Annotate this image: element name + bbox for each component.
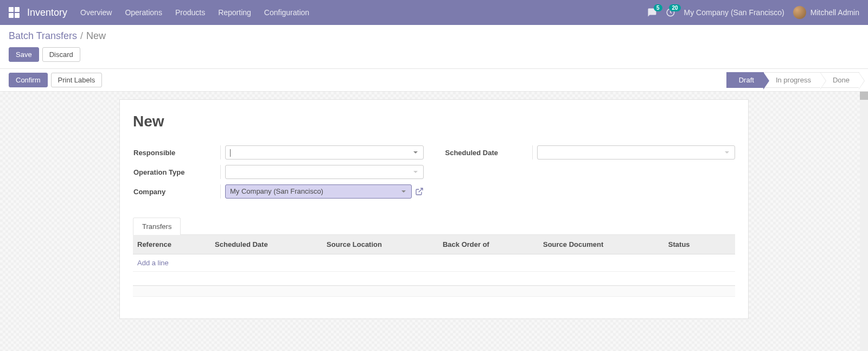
activity-icon[interactable]: 20: [666, 8, 675, 17]
status-row: Confirm Print Labels Draft In progress D…: [0, 69, 868, 92]
chevron-down-icon: [401, 190, 406, 193]
confirm-button[interactable]: Confirm: [9, 73, 48, 87]
activity-badge: 20: [669, 4, 680, 11]
page-title: New: [133, 113, 735, 130]
avatar: [793, 6, 806, 19]
content-area: New Responsible Operation Type: [0, 92, 868, 351]
col-source-location[interactable]: Source Location: [322, 235, 438, 254]
col-back-order[interactable]: Back Order of: [438, 235, 539, 254]
breadcrumb: Batch Transfers / New: [9, 30, 859, 42]
chevron-down-icon: [413, 171, 418, 173]
scheduled-date-input[interactable]: [537, 145, 736, 159]
col-reference[interactable]: Reference: [133, 235, 210, 254]
nav-products[interactable]: Products: [175, 8, 205, 17]
top-navbar: Inventory Overview Operations Products R…: [0, 0, 868, 25]
apps-icon[interactable]: [9, 7, 20, 18]
operation-type-input[interactable]: [225, 165, 424, 179]
user-name: Mitchell Admin: [810, 8, 859, 17]
svg-line-1: [418, 188, 422, 192]
col-status[interactable]: Status: [664, 235, 719, 254]
form-sheet: New Responsible Operation Type: [119, 99, 749, 319]
status-done[interactable]: Done: [821, 72, 859, 88]
discard-button[interactable]: Discard: [42, 47, 80, 62]
status-draft[interactable]: Draft: [726, 72, 764, 88]
user-menu[interactable]: Mitchell Admin: [793, 6, 859, 19]
company-label: Company: [133, 188, 220, 196]
discuss-badge: 5: [654, 4, 662, 11]
breadcrumb-current: New: [86, 30, 106, 42]
tab-transfers[interactable]: Transfers: [133, 218, 181, 235]
save-button[interactable]: Save: [9, 47, 39, 62]
company-selector[interactable]: My Company (San Francisco): [684, 8, 784, 17]
print-labels-button[interactable]: Print Labels: [51, 73, 103, 87]
chevron-down-icon: [725, 151, 729, 154]
tabs: Transfers: [133, 217, 735, 235]
control-panel: Batch Transfers / New Save Discard: [0, 25, 868, 69]
nav-configuration[interactable]: Configuration: [264, 8, 309, 17]
breadcrumb-parent[interactable]: Batch Transfers: [9, 30, 77, 42]
discuss-icon[interactable]: 5: [647, 8, 657, 17]
add-line-link[interactable]: Add a line: [137, 259, 169, 267]
statusbar: Draft In progress Done: [726, 72, 859, 88]
operation-type-label: Operation Type: [133, 168, 220, 176]
company-input[interactable]: My Company (San Francisco): [225, 184, 412, 199]
scrollbar[interactable]: [860, 92, 868, 351]
scheduled-date-label: Scheduled Date: [445, 149, 532, 157]
external-link-icon[interactable]: [415, 187, 424, 196]
col-scheduled-date[interactable]: Scheduled Date: [210, 235, 322, 254]
nav-menu: Overview Operations Products Reporting C…: [80, 8, 309, 17]
nav-operations[interactable]: Operations: [125, 8, 162, 17]
responsible-input[interactable]: [225, 145, 424, 159]
breadcrumb-sep: /: [80, 30, 83, 42]
responsible-label: Responsible: [133, 149, 220, 157]
nav-overview[interactable]: Overview: [80, 8, 112, 17]
chevron-down-icon: [413, 151, 418, 154]
status-in-progress[interactable]: In progress: [764, 72, 821, 88]
app-brand[interactable]: Inventory: [27, 7, 67, 18]
col-source-document[interactable]: Source Document: [539, 235, 664, 254]
nav-reporting[interactable]: Reporting: [218, 8, 251, 17]
transfers-table: Reference Scheduled Date Source Location…: [133, 235, 735, 297]
